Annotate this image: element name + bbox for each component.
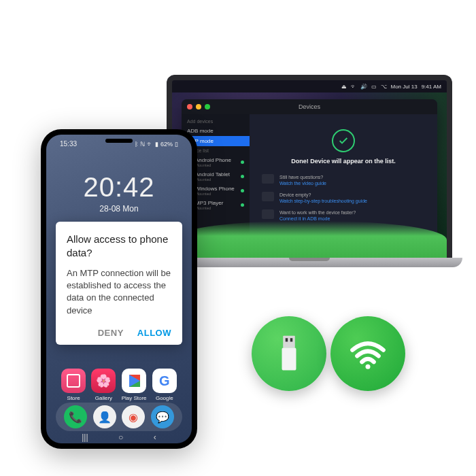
usb-badge bbox=[252, 316, 326, 391]
status-time: 15:33 bbox=[60, 140, 77, 148]
wifi-icon bbox=[349, 335, 387, 373]
video-icon bbox=[262, 174, 274, 184]
status-dot-icon bbox=[241, 175, 244, 178]
phone-statusbar: 15:33 ᛒ ℕ ᯤ ▮ 62% ▯ bbox=[46, 140, 192, 148]
svg-rect-2 bbox=[290, 338, 293, 341]
step-indicator: ①②✓ bbox=[396, 238, 428, 245]
sidebar-item-adb[interactable]: ADB mode bbox=[182, 126, 250, 136]
window-main: Done! Device will appear on the list. St… bbox=[250, 114, 437, 249]
connection-badges bbox=[252, 316, 405, 391]
eject-icon[interactable]: ⏏ bbox=[341, 84, 347, 90]
help-row-2: Want to work with the device faster?Conn… bbox=[262, 209, 425, 222]
help-section: Still have questions?Watch the video gui… bbox=[262, 174, 425, 228]
status-dot-icon bbox=[241, 189, 244, 192]
troubleshoot-icon bbox=[262, 192, 274, 201]
window-titlebar[interactable]: Devices bbox=[182, 99, 437, 114]
back-icon[interactable]: ‹ bbox=[154, 432, 156, 442]
dock-contacts-icon[interactable]: 👤 bbox=[93, 405, 116, 428]
battery-icon: ▯ bbox=[175, 141, 178, 148]
app-google[interactable]: GGoogle bbox=[152, 369, 177, 401]
recents-icon[interactable]: ||| bbox=[82, 432, 88, 442]
previous-button[interactable]: ‹ Previous bbox=[259, 238, 284, 245]
control-center-icon[interactable]: ⌥ bbox=[381, 84, 387, 90]
window-footer: ‹ Previous ①②✓ bbox=[259, 238, 428, 245]
sidebar-header-add: Add devices bbox=[182, 117, 250, 126]
signal-icon: ▮ bbox=[155, 141, 158, 148]
phone-screen: 15:33 ᛒ ℕ ᯤ ▮ 62% ▯ 20:42 28-08 Mon Allo… bbox=[46, 135, 192, 443]
svg-rect-3 bbox=[282, 347, 296, 370]
svg-rect-1 bbox=[286, 338, 288, 341]
android-phone: 15:33 ᛒ ℕ ᯤ ▮ 62% ▯ 20:42 28-08 Mon Allo… bbox=[41, 129, 197, 449]
gallery-icon bbox=[91, 369, 116, 393]
menubar-time[interactable]: 9:41 AM bbox=[422, 84, 441, 90]
done-message: Done! Device will appear on the list. bbox=[291, 158, 396, 165]
status-dot-icon bbox=[241, 160, 244, 164]
wifi-icon[interactable]: ᯤ bbox=[351, 84, 356, 90]
usb-icon bbox=[270, 335, 308, 373]
app-store[interactable]: Store bbox=[61, 369, 86, 401]
phone-dock: 📞 👤 ◉ 💬 bbox=[56, 403, 182, 431]
help-row-0: Still have questions?Watch the video gui… bbox=[262, 174, 425, 186]
phone-navbar: ||| ○ ‹ bbox=[46, 432, 192, 442]
macos-desktop: Devices Add devices ADB mode MTP mode De… bbox=[172, 92, 447, 258]
dialog-title: Allow access to phone data? bbox=[67, 233, 171, 259]
help-link-troubleshoot[interactable]: Watch step-by-step troubleshooting guide bbox=[279, 198, 367, 204]
dock-messages-icon[interactable]: 💬 bbox=[151, 405, 174, 428]
lock-date: 28-08 Mon bbox=[46, 204, 192, 214]
home-apps-row: Store Gallery Play Store GGoogle bbox=[46, 369, 192, 401]
menubar-status-icons: ⏏ ᯤ 🔊 ▭ ⌥ Mon Jul 13 9:41 AM bbox=[341, 84, 442, 90]
battery-icon[interactable]: ▭ bbox=[371, 84, 377, 90]
nfc-icon: ℕ bbox=[140, 141, 145, 148]
store-icon bbox=[61, 369, 86, 393]
macbook: ⏏ ᯤ 🔊 ▭ ⌥ Mon Jul 13 9:41 AM Devices bbox=[156, 75, 462, 267]
dialog-body: An MTP connection will be established to… bbox=[67, 267, 171, 317]
svg-rect-0 bbox=[283, 336, 295, 348]
speed-icon bbox=[262, 209, 274, 219]
help-link-video[interactable]: Watch the video guide bbox=[279, 180, 326, 186]
status-dot-icon bbox=[241, 203, 244, 207]
app-playstore[interactable]: Play Store bbox=[122, 369, 147, 401]
volume-icon[interactable]: 🔊 bbox=[360, 84, 367, 90]
macos-menubar: ⏏ ᯤ 🔊 ▭ ⌥ Mon Jul 13 9:41 AM bbox=[172, 80, 447, 92]
devices-window: Devices Add devices ADB mode MTP mode De… bbox=[182, 99, 437, 249]
laptop-screen: ⏏ ᯤ 🔊 ▭ ⌥ Mon Jul 13 9:41 AM Devices bbox=[167, 75, 452, 258]
allow-button[interactable]: ALLOW bbox=[137, 328, 171, 338]
wifi-badge bbox=[330, 316, 405, 391]
lock-time: 20:42 bbox=[46, 172, 192, 203]
menubar-date[interactable]: Mon Jul 13 bbox=[391, 84, 418, 90]
home-icon[interactable]: ○ bbox=[118, 432, 123, 442]
help-link-adb[interactable]: Connect it in ADB mode bbox=[279, 216, 356, 222]
mtp-permission-dialog: Allow access to phone data? An MTP conne… bbox=[56, 222, 182, 345]
play-icon bbox=[122, 369, 146, 393]
lockscreen-clock: 20:42 28-08 Mon bbox=[46, 172, 192, 214]
deny-button[interactable]: DENY bbox=[98, 328, 124, 338]
bluetooth-icon: ᛒ bbox=[135, 141, 138, 148]
wifi-icon: ᯤ bbox=[147, 141, 153, 148]
help-row-1: Device empty?Watch step-by-step troubles… bbox=[262, 192, 425, 204]
google-icon: G bbox=[152, 369, 177, 393]
laptop-base bbox=[156, 258, 462, 267]
dock-phone-icon[interactable]: 📞 bbox=[64, 405, 87, 428]
success-check-icon bbox=[332, 129, 355, 152]
window-title: Devices bbox=[182, 103, 437, 110]
battery-text: 62% bbox=[160, 141, 173, 148]
app-gallery[interactable]: Gallery bbox=[91, 369, 116, 401]
dock-camera-icon[interactable]: ◉ bbox=[122, 405, 145, 428]
svg-point-4 bbox=[366, 364, 371, 369]
